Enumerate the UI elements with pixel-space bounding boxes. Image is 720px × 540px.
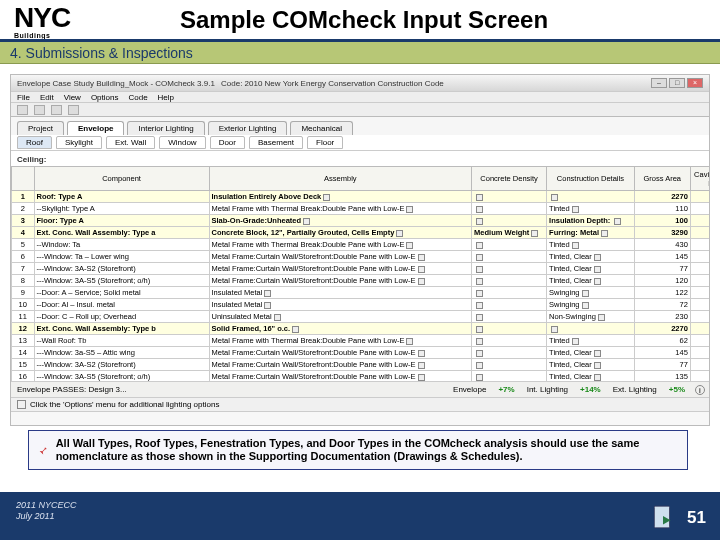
subtab-floor[interactable]: Floor [307, 136, 343, 149]
dropdown-icon[interactable] [476, 338, 483, 345]
cell[interactable] [472, 335, 547, 347]
cell[interactable]: 72 [634, 299, 690, 311]
minimize-icon[interactable]: – [651, 78, 667, 88]
dropdown-icon[interactable] [594, 254, 601, 261]
tab-envelope[interactable]: Envelope [67, 121, 125, 135]
cell[interactable] [472, 263, 547, 275]
table-row[interactable]: 13--Wall Roof: TbMetal Frame with Therma… [12, 335, 711, 347]
cell[interactable]: Furring: Metal [547, 227, 635, 239]
table-row[interactable]: 10--Door: Al – Insul. metalInsulated Met… [12, 299, 711, 311]
cell[interactable]: 77 [634, 263, 690, 275]
cell[interactable] [690, 299, 710, 311]
dropdown-icon[interactable] [476, 314, 483, 321]
dropdown-icon[interactable] [406, 338, 413, 345]
dropdown-icon[interactable] [582, 302, 589, 309]
cell[interactable] [690, 275, 710, 287]
cell[interactable] [472, 191, 547, 203]
dropdown-icon[interactable] [572, 338, 579, 345]
cell[interactable]: Tinted, Clear [547, 359, 635, 371]
dropdown-icon[interactable] [551, 194, 558, 201]
dropdown-icon[interactable] [594, 278, 601, 285]
cell[interactable]: 13 [12, 335, 35, 347]
cell[interactable] [690, 203, 710, 215]
dropdown-icon[interactable] [594, 374, 601, 381]
cell[interactable] [472, 215, 547, 227]
dropdown-icon[interactable] [572, 242, 579, 249]
cell[interactable] [690, 311, 710, 323]
table-row[interactable]: 7---Window: 3A-S2 (Storefront)Metal Fram… [12, 263, 711, 275]
tool-open-icon[interactable] [34, 105, 45, 115]
cell[interactable]: Metal Frame:Curtain Wall/Storefront:Doub… [209, 263, 472, 275]
tool-new-icon[interactable] [17, 105, 28, 115]
cell[interactable] [472, 239, 547, 251]
cell[interactable]: Metal Frame:Curtain Wall/Storefront:Doub… [209, 359, 472, 371]
cell[interactable]: 15 [12, 359, 35, 371]
menu-edit[interactable]: Edit [40, 93, 54, 102]
cell[interactable]: Insulation Entirely Above Deck [209, 191, 472, 203]
maximize-icon[interactable]: □ [669, 78, 685, 88]
cell[interactable]: Uninsulated Metal [209, 311, 472, 323]
dropdown-icon[interactable] [418, 362, 425, 369]
cell[interactable]: Insulated Metal [209, 287, 472, 299]
cell[interactable]: Swinging [547, 299, 635, 311]
cell[interactable]: 145 [634, 251, 690, 263]
cell[interactable]: 3290 [634, 227, 690, 239]
menu-help[interactable]: Help [158, 93, 174, 102]
dropdown-icon[interactable] [396, 230, 403, 237]
tool-print-icon[interactable] [68, 105, 79, 115]
dropdown-icon[interactable] [418, 266, 425, 273]
cell[interactable] [472, 275, 547, 287]
dropdown-icon[interactable] [476, 362, 483, 369]
cell[interactable]: 145 [634, 347, 690, 359]
cell[interactable]: 12 [12, 323, 35, 335]
cell[interactable]: Metal Frame:Curtain Wall/Storefront:Doub… [209, 347, 472, 359]
cell[interactable]: Slab-On-Grade:Unheated [209, 215, 472, 227]
dropdown-icon[interactable] [476, 374, 483, 381]
dropdown-icon[interactable] [418, 278, 425, 285]
cell[interactable] [472, 299, 547, 311]
cell[interactable]: 2270 [634, 323, 690, 335]
cell[interactable]: 120 [634, 275, 690, 287]
cell[interactable] [472, 359, 547, 371]
dropdown-icon[interactable] [418, 374, 425, 381]
cell[interactable]: ---Window: 3A-S2 (Storefront) [34, 359, 209, 371]
dropdown-icon[interactable] [572, 206, 579, 213]
cell[interactable]: Tinted, Clear [547, 263, 635, 275]
dropdown-icon[interactable] [582, 290, 589, 297]
subtab-window[interactable]: Window [159, 136, 205, 149]
dropdown-icon[interactable] [406, 242, 413, 249]
cell[interactable] [472, 203, 547, 215]
cell[interactable]: Swinging [547, 287, 635, 299]
cell[interactable] [472, 251, 547, 263]
cell[interactable]: 77 [634, 359, 690, 371]
cell[interactable] [472, 311, 547, 323]
dropdown-icon[interactable] [264, 302, 271, 309]
dropdown-icon[interactable] [303, 218, 310, 225]
dropdown-icon[interactable] [323, 194, 330, 201]
cell[interactable]: 8 [12, 275, 35, 287]
cell[interactable]: 2 [12, 203, 35, 215]
cell[interactable]: Non-Swinging [547, 311, 635, 323]
dropdown-icon[interactable] [264, 290, 271, 297]
menu-options[interactable]: Options [91, 93, 119, 102]
cell[interactable]: 110 [634, 203, 690, 215]
cell[interactable]: --Window: Ta [34, 239, 209, 251]
cell[interactable]: 6 [12, 251, 35, 263]
menu-view[interactable]: View [64, 93, 81, 102]
cell[interactable]: Metal Frame:Curtain Wall/Storefront:Doub… [209, 275, 472, 287]
cell[interactable] [472, 347, 547, 359]
cell[interactable]: Solid Framed, 16" o.c. [209, 323, 472, 335]
cell[interactable]: Tinted [547, 203, 635, 215]
cell[interactable]: 122 [634, 287, 690, 299]
cell[interactable]: Tinted [547, 335, 635, 347]
cell[interactable]: --Skylight: Type A [34, 203, 209, 215]
dropdown-icon[interactable] [614, 218, 621, 225]
cell[interactable]: Medium Weight [472, 227, 547, 239]
table-row[interactable]: 11--Door: C – Roll up; OverheadUninsulat… [12, 311, 711, 323]
dropdown-icon[interactable] [598, 314, 605, 321]
table-row[interactable]: 3Floor: Type ASlab-On-Grade:UnheatedInsu… [12, 215, 711, 227]
dropdown-icon[interactable] [594, 362, 601, 369]
dropdown-icon[interactable] [594, 350, 601, 357]
cell[interactable]: Tinted, Clear [547, 275, 635, 287]
cell[interactable] [690, 251, 710, 263]
